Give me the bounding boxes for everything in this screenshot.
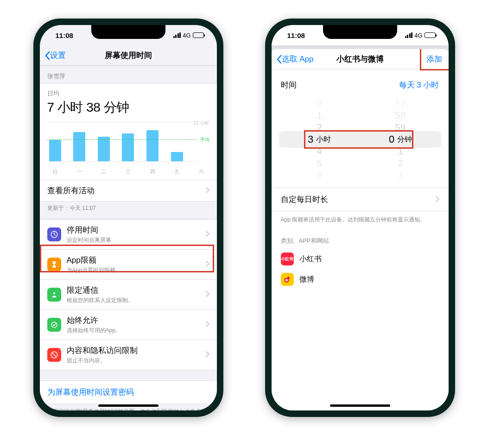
home-indicator[interactable]	[98, 404, 158, 407]
row-title: App限额	[67, 255, 121, 265]
add-button[interactable]: 添加	[426, 54, 442, 64]
updated-label: 更新于：今天 11:07	[40, 202, 217, 219]
home-indicator[interactable]	[330, 404, 390, 407]
notch	[91, 25, 165, 39]
daily-avg-label: 日均	[47, 89, 209, 98]
picker-cell[interactable]: 59	[360, 121, 441, 133]
network-label: 4G	[183, 32, 190, 39]
settings-row-3[interactable]: 始终允许选择始终可用的App。	[40, 309, 217, 340]
signal-icon	[405, 32, 413, 38]
sheet-nav: 选取 App 小红书与微博 添加	[272, 49, 449, 69]
row-icon	[47, 348, 61, 362]
picker-cell[interactable]: 1	[279, 110, 360, 122]
apps-header: 类别、APP和网站	[272, 228, 449, 249]
picker-cell[interactable]: 2	[279, 121, 360, 133]
user-label: 张雪萍	[40, 66, 217, 83]
picker-cell[interactable]: 1	[360, 145, 441, 158]
app-icon: 小红书	[281, 252, 294, 265]
picker-cell[interactable]: 5	[279, 158, 360, 170]
picker-hours-col[interactable]: 0123小时456	[279, 98, 360, 181]
settings-row-0[interactable]: 停用时间设定时间远离屏幕	[40, 219, 217, 249]
picker-cell[interactable]: 57	[360, 98, 441, 110]
row-title: 限定通信	[67, 285, 133, 296]
custom-daily-row[interactable]: 自定每日时长	[272, 188, 449, 211]
sheet-title: 小红书与微博	[336, 54, 384, 64]
chevron-right-icon	[206, 290, 209, 298]
chevron-right-icon	[206, 230, 209, 238]
back-button[interactable]: 设置	[44, 50, 66, 61]
view-all-label: 查看所有活动	[47, 185, 95, 196]
chevron-right-icon	[206, 321, 209, 328]
status-time: 11:08	[56, 32, 73, 39]
sheet-back-label: 选取 App	[282, 54, 314, 64]
battery-icon	[425, 32, 436, 38]
set-passcode-link[interactable]: 为屏幕使用时间设置密码	[40, 380, 217, 404]
app-row[interactable]: 微博	[272, 269, 449, 290]
chevron-right-icon	[206, 187, 209, 195]
settings-row-1[interactable]: App限额为App设置时间限额。	[40, 249, 217, 279]
row-subtitle: 选择始终可用的App。	[67, 327, 121, 334]
row-icon	[47, 227, 61, 241]
chevron-right-icon	[206, 260, 209, 268]
daily-avg-value: 7 小时 38 分钟	[47, 99, 209, 116]
svg-point-1	[53, 292, 55, 295]
chart-bar	[73, 132, 85, 162]
picker-cell[interactable]: 6	[279, 169, 360, 181]
chart-bar	[171, 152, 183, 162]
phone-left: 11:08 4G 设置 屏幕使用时间 张雪萍 日均 7 小时 38 分钟	[33, 19, 223, 417]
view-all-activity-row[interactable]: 查看所有活动	[40, 180, 217, 201]
custom-daily-label: 自定每日时长	[281, 194, 328, 205]
app-row[interactable]: 小红书小红书	[272, 249, 449, 269]
row-subtitle: 根据您的联系人设定限制。	[67, 297, 133, 304]
chevron-right-icon	[206, 351, 209, 359]
row-icon	[47, 318, 61, 332]
apps-list: 小红书小红书微博	[272, 249, 449, 290]
row-title: 停用时间	[67, 225, 111, 235]
chart-day-labels: 日一二三四五六	[47, 168, 209, 175]
usage-chart: 12 小时 平均 日一二三四五六	[40, 120, 217, 180]
status-time: 11:08	[287, 32, 305, 39]
settings-row-4[interactable]: 内容和隐私访问限制阻止不当内容。	[40, 340, 217, 370]
chevron-left-icon	[44, 51, 50, 60]
battery-icon	[193, 32, 204, 38]
chart-bar	[146, 130, 158, 162]
nav-bar: 设置 屏幕使用时间	[40, 45, 217, 66]
app-name: 微博	[299, 275, 314, 284]
sheet-back-button[interactable]: 选取 App	[276, 54, 314, 64]
app-name: 小红书	[299, 254, 322, 264]
custom-footer: App 限额将适用于此设备。达到限额五分钟前将显示通知。	[272, 211, 449, 228]
time-row[interactable]: 时间 每天 3 小时	[272, 69, 449, 95]
picker-cell[interactable]: 3	[360, 169, 441, 181]
svg-point-2	[51, 322, 57, 328]
phone-right: 11:08 4G 选取 App 小红书与微博 添加 时间 每天 3 小时	[265, 19, 455, 417]
chevron-left-icon	[276, 55, 282, 64]
picker-minutes-col[interactable]: 5758590分钟123	[360, 98, 441, 181]
app-icon	[281, 273, 294, 286]
chart-bar	[98, 137, 110, 162]
chart-bar	[49, 140, 61, 162]
usage-card: 日均 7 小时 38 分钟 12 小时 平均 日一二三四五六 查看所有活动	[40, 83, 217, 202]
network-label: 4G	[414, 32, 422, 39]
back-label: 设置	[50, 50, 66, 61]
picker-cell[interactable]: 4	[279, 145, 360, 158]
content-scroll[interactable]: 张雪萍 日均 7 小时 38 分钟 12 小时 平均 日一二三四五六	[40, 66, 217, 410]
page-title: 屏幕使用时间	[105, 50, 152, 61]
picker-cell[interactable]: 0	[279, 98, 360, 110]
row-icon	[47, 288, 61, 302]
time-value: 每天 3 小时	[399, 80, 439, 90]
picker-cell[interactable]: 3小时	[279, 133, 360, 145]
chevron-right-icon	[436, 195, 439, 204]
row-icon	[47, 258, 61, 271]
row-title: 内容和隐私访问限制	[67, 345, 138, 356]
signal-icon	[173, 32, 181, 38]
time-picker[interactable]: 0123小时456 5758590分钟123	[279, 98, 441, 181]
row-title: 始终允许	[67, 315, 121, 326]
chart-avg-label: 平均	[200, 137, 209, 143]
picker-cell[interactable]: 58	[360, 110, 441, 122]
modal-sheet: 选取 App 小红书与微博 添加 时间 每天 3 小时 0123小时456 57…	[272, 49, 449, 410]
picker-cell[interactable]: 0分钟	[360, 133, 441, 145]
settings-row-2[interactable]: 限定通信根据您的联系人设定限制。	[40, 279, 217, 309]
svg-point-6	[285, 279, 287, 281]
picker-cell[interactable]: 2	[360, 158, 441, 170]
row-subtitle: 设定时间远离屏幕	[67, 236, 111, 244]
